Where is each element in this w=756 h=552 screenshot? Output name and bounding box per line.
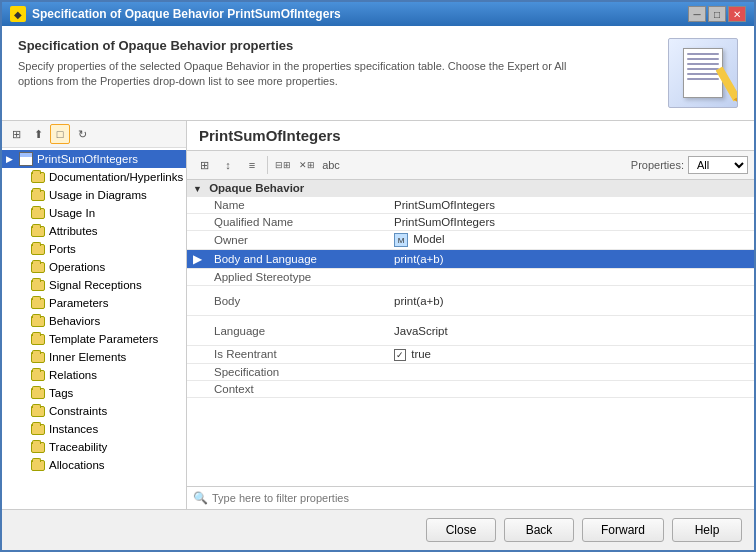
folder-icon [30,205,46,221]
expand-prop-button[interactable]: ⊟⊞ [272,154,294,176]
prop-value-context [388,380,754,397]
content-split: ⊞ ⬆ □ ↻ ▶ PrintSumOfIntegers [2,121,754,509]
tree-item-attributes[interactable]: Attributes [2,222,186,240]
filter-input[interactable] [212,492,748,504]
tree-item-operations[interactable]: Operations [2,258,186,276]
window-icon: ◆ [10,6,26,22]
tree-item-behaviors[interactable]: Behaviors [2,312,186,330]
tree-item-ports[interactable]: Ports [2,240,186,258]
maximize-button[interactable]: □ [708,6,726,22]
prop-value-owner: M Model [388,231,754,250]
help-button[interactable]: Help [672,518,742,542]
title-bar: ◆ Specification of Opaque Behavior Print… [2,2,754,26]
minimize-button[interactable]: ─ [688,6,706,22]
tree-item-label: PrintSumOfIntegers [37,153,138,165]
tree-item-label: Signal Receptions [49,279,142,291]
list-view-button[interactable]: ≡ [241,154,263,176]
tree-item-traceability[interactable]: Traceability [2,438,186,456]
header-section: Specification of Opaque Behavior propert… [2,26,754,121]
prop-label-qualified-name: Qualified Name [208,214,388,231]
table-row[interactable]: Applied Stereotype [187,269,754,286]
table-row[interactable]: Owner M Model [187,231,754,250]
tree-view-button[interactable]: □ [50,124,70,144]
prop-label-specification: Specification [208,363,388,380]
tree-item-constraints[interactable]: Constraints [2,402,186,420]
forward-button[interactable]: Forward [582,518,664,542]
table-row[interactable]: Specification [187,363,754,380]
tree-item-label: Instances [49,423,98,435]
section-title: Opaque Behavior [209,182,304,194]
folder-icon [30,385,46,401]
tree-item-relations[interactable]: Relations [2,366,186,384]
tree-item-label: Usage in Diagrams [49,189,147,201]
tree-item-inner-elements[interactable]: Inner Elements [2,348,186,366]
folder-icon [30,349,46,365]
prop-label-body-language: Body and Language [208,250,388,269]
tree-item-root[interactable]: ▶ PrintSumOfIntegers [2,150,186,168]
folder-icon [30,421,46,437]
tree-item-label: Documentation/Hyperlinks [49,171,183,183]
prop-value-body: print(a+b) [388,286,754,316]
add-button[interactable]: ⊞ [6,124,26,144]
tree-item-tags[interactable]: Tags [2,384,186,402]
table-row[interactable]: Is Reentrant ✓ true [187,346,754,364]
close-button[interactable]: Close [426,518,496,542]
tree-item-template-parameters[interactable]: Template Parameters [2,330,186,348]
properties-label: Properties: [631,159,684,171]
refresh-button[interactable]: ↻ [72,124,92,144]
table-row[interactable]: Context [187,380,754,397]
tree-item-parameters[interactable]: Parameters [2,294,186,312]
folder-icon [30,187,46,203]
table-row[interactable]: Body print(a+b) [187,286,754,316]
folder-icon [30,457,46,473]
tree-item-label: Tags [49,387,73,399]
properties-table: ▼ Opaque Behavior Name PrintSumOfInteger… [187,180,754,398]
tree-item-documentation[interactable]: Documentation/Hyperlinks [2,168,186,186]
tree-item-label: Behaviors [49,315,100,327]
right-panel: PrintSumOfIntegers ⊞ ↕ ≡ ⊟⊞ ✕⊞ abc Prope… [187,121,754,509]
class-icon [18,151,34,167]
section-header-opaque-behavior[interactable]: ▼ Opaque Behavior [187,180,754,197]
tree-item-label: Parameters [49,297,108,309]
tree-item-signal-receptions[interactable]: Signal Receptions [2,276,186,294]
up-button[interactable]: ⬆ [28,124,48,144]
prop-label-is-reentrant: Is Reentrant [208,346,388,364]
folder-icon [30,331,46,347]
expand-arrow: ▶ [6,154,18,164]
back-button[interactable]: Back [504,518,574,542]
header-text: Specification of Opaque Behavior propert… [18,38,578,90]
properties-table-container: ▼ Opaque Behavior Name PrintSumOfInteger… [187,180,754,486]
table-row[interactable]: Qualified Name PrintSumOfIntegers [187,214,754,231]
add-prop-button[interactable]: ⊞ [193,154,215,176]
table-row[interactable]: Language JavaScript [187,316,754,346]
prop-value-applied-stereotype [388,269,754,286]
collapse-prop-button[interactable]: ✕⊞ [296,154,318,176]
tree-item-allocations[interactable]: Allocations [2,456,186,474]
tree-item-instances[interactable]: Instances [2,420,186,438]
sort-button[interactable]: ↕ [217,154,239,176]
tree-item-label: Relations [49,369,97,381]
tree-item-usage-diagrams[interactable]: Usage in Diagrams [2,186,186,204]
checkbox-icon[interactable]: ✓ [394,349,406,361]
header-description: Specify properties of the selected Opaqu… [18,59,578,90]
tree-item-label: Usage In [49,207,95,219]
close-window-button[interactable]: ✕ [728,6,746,22]
tree-item-label: Attributes [49,225,98,237]
prop-value-name: PrintSumOfIntegers [388,197,754,214]
table-row-selected[interactable]: ▶ Body and Language print(a+b) [187,250,754,269]
left-toolbar: ⊞ ⬆ □ ↻ [2,121,186,148]
prop-value-specification [388,363,754,380]
prop-label-context: Context [208,380,388,397]
properties-dropdown[interactable]: All Expert Standard [688,156,748,174]
element-title: PrintSumOfIntegers [187,121,754,151]
table-row[interactable]: Name PrintSumOfIntegers [187,197,754,214]
prop-label-body: Body [208,286,388,316]
right-toolbar: ⊞ ↕ ≡ ⊟⊞ ✕⊞ abc Properties: All Expert [187,151,754,180]
text-view-button[interactable]: abc [320,154,342,176]
folder-icon [30,277,46,293]
folder-icon [30,169,46,185]
search-icon: 🔍 [193,491,208,505]
tree-item-usage-in[interactable]: Usage In [2,204,186,222]
prop-value-body-language: print(a+b) [388,250,754,269]
prop-label-applied-stereotype: Applied Stereotype [208,269,388,286]
